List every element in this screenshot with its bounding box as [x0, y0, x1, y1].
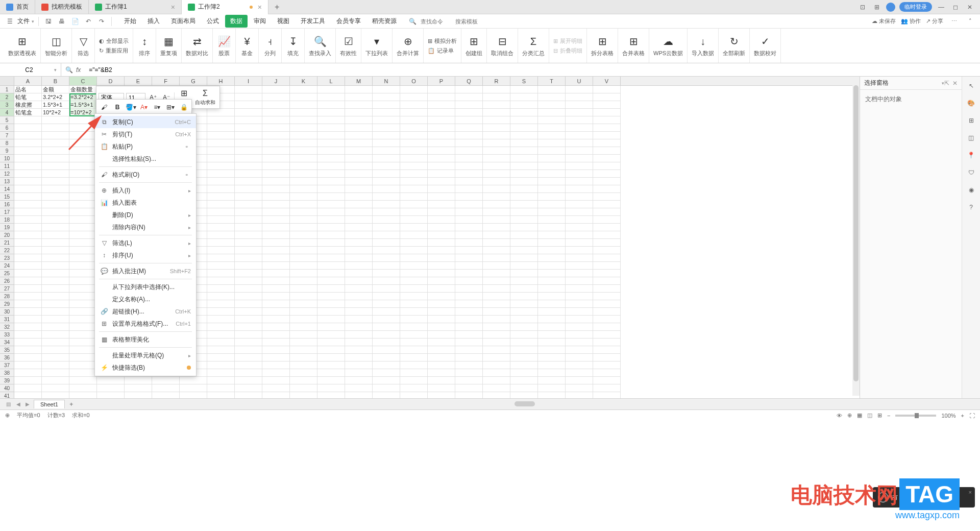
tab-formula[interactable]: 公式 — [202, 15, 224, 28]
cell-L34[interactable] — [317, 339, 345, 346]
tab-insert[interactable]: 插入 — [142, 15, 165, 28]
cell-K17[interactable] — [290, 208, 317, 216]
cell-J10[interactable] — [262, 155, 290, 162]
cell-A21[interactable] — [14, 239, 42, 247]
cell-A1[interactable]: 品名 — [14, 86, 42, 93]
cell-S23[interactable] — [510, 254, 538, 262]
cell-P40[interactable] — [428, 384, 455, 392]
row-header-40[interactable]: 40 — [0, 384, 14, 392]
cell-I1[interactable] — [235, 86, 262, 93]
cell-L8[interactable] — [317, 139, 345, 147]
cell-J7[interactable] — [262, 132, 290, 139]
cell-C23[interactable] — [69, 254, 97, 262]
cell-P28[interactable] — [428, 293, 455, 300]
cell-T16[interactable] — [538, 201, 566, 208]
cell-T40[interactable] — [538, 384, 566, 392]
cell-L1[interactable] — [317, 86, 345, 93]
cell-R37[interactable] — [483, 361, 510, 369]
cell-N23[interactable] — [373, 254, 400, 262]
cell-L16[interactable] — [317, 201, 345, 208]
file-menu[interactable]: 文件 — [17, 17, 30, 26]
zoom-out-icon[interactable]: − — [887, 413, 890, 419]
cell-B23[interactable] — [42, 254, 69, 262]
ctx-U[interactable]: ↕排序(U)▸ — [95, 249, 196, 261]
cell-M25[interactable] — [345, 270, 373, 277]
cell-U20[interactable] — [566, 231, 593, 239]
cell-O11[interactable] — [400, 162, 428, 170]
cell-N14[interactable] — [373, 185, 400, 193]
cell-V24[interactable] — [593, 262, 621, 270]
cell-C11[interactable] — [69, 162, 97, 170]
ribbon-sort[interactable]: ↕排序 — [133, 29, 156, 63]
bold-icon[interactable]: B — [112, 102, 123, 113]
cell-I3[interactable] — [235, 101, 262, 109]
row-header-29[interactable]: 29 — [0, 300, 14, 308]
cell-T8[interactable] — [538, 139, 566, 147]
ribbon-group-create[interactable]: ⊞创建组 — [461, 29, 487, 63]
cell-V12[interactable] — [593, 170, 621, 178]
cell-Q4[interactable] — [455, 109, 483, 116]
cell-B38[interactable] — [42, 369, 69, 377]
cell-V40[interactable] — [593, 384, 621, 392]
col-header-U[interactable]: U — [566, 77, 593, 85]
cell-P25[interactable] — [428, 270, 455, 277]
cell-R34[interactable] — [483, 339, 510, 346]
cell-K4[interactable] — [290, 109, 317, 116]
cell-K32[interactable] — [290, 323, 317, 331]
ribbon-stock[interactable]: 📈股票 — [213, 29, 236, 63]
window-icon[interactable]: ◫ — [966, 133, 976, 143]
cell-Q20[interactable] — [455, 231, 483, 239]
col-header-Q[interactable]: Q — [455, 77, 483, 85]
row-header-4[interactable]: 4 — [0, 109, 14, 116]
cell-K35[interactable] — [290, 346, 317, 354]
cell-J18[interactable] — [262, 216, 290, 224]
cell-S14[interactable] — [510, 185, 538, 193]
cell-S2[interactable] — [510, 93, 538, 101]
cell-Q18[interactable] — [455, 216, 483, 224]
location-icon[interactable]: 📍 — [966, 150, 976, 160]
cell-U30[interactable] — [566, 308, 593, 316]
cell-R28[interactable] — [483, 293, 510, 300]
cell-S1[interactable] — [510, 86, 538, 93]
cell-J30[interactable] — [262, 308, 290, 316]
cell-I19[interactable] — [235, 224, 262, 231]
cell-M32[interactable] — [345, 323, 373, 331]
cell-N34[interactable] — [373, 339, 400, 346]
col-header-N[interactable]: N — [373, 77, 400, 85]
cell-V36[interactable] — [593, 354, 621, 361]
cell-T24[interactable] — [538, 262, 566, 270]
cell-A32[interactable] — [14, 323, 42, 331]
cell-M29[interactable] — [345, 300, 373, 308]
cell-P34[interactable] — [428, 339, 455, 346]
cell-H21[interactable] — [207, 239, 235, 247]
cell-U36[interactable] — [566, 354, 593, 361]
cell-M6[interactable] — [345, 124, 373, 132]
cell-O1[interactable] — [400, 86, 428, 93]
cell-R5[interactable] — [483, 116, 510, 124]
cell-T14[interactable] — [538, 185, 566, 193]
view-break-icon[interactable]: ⊞ — [877, 412, 882, 419]
ctx-A[interactable]: 定义名称(A)... — [95, 293, 196, 305]
cell-A15[interactable] — [14, 193, 42, 201]
cell-O40[interactable] — [400, 384, 428, 392]
cell-K16[interactable] — [290, 201, 317, 208]
cell-V13[interactable] — [593, 178, 621, 185]
cell-M4[interactable] — [345, 109, 373, 116]
cell-M36[interactable] — [345, 354, 373, 361]
cell-T27[interactable] — [538, 285, 566, 293]
cell-O37[interactable] — [400, 361, 428, 369]
cell-U28[interactable] — [566, 293, 593, 300]
zoom-in-icon[interactable]: + — [961, 413, 964, 419]
cell-K21[interactable] — [290, 239, 317, 247]
cell-Q36[interactable] — [455, 354, 483, 361]
cell-Q26[interactable] — [455, 277, 483, 285]
undo-icon[interactable]: ↶ — [83, 16, 94, 27]
col-header-E[interactable]: E — [125, 77, 152, 85]
cell-J16[interactable] — [262, 201, 290, 208]
cell-U3[interactable] — [566, 101, 593, 109]
cell-P22[interactable] — [428, 247, 455, 254]
cell-B12[interactable] — [42, 170, 69, 178]
ribbon-whatif[interactable]: ⊞ 模拟分析 📋 记录单 — [424, 29, 461, 63]
search-template-input[interactable] — [455, 18, 486, 25]
cell-B17[interactable] — [42, 208, 69, 216]
